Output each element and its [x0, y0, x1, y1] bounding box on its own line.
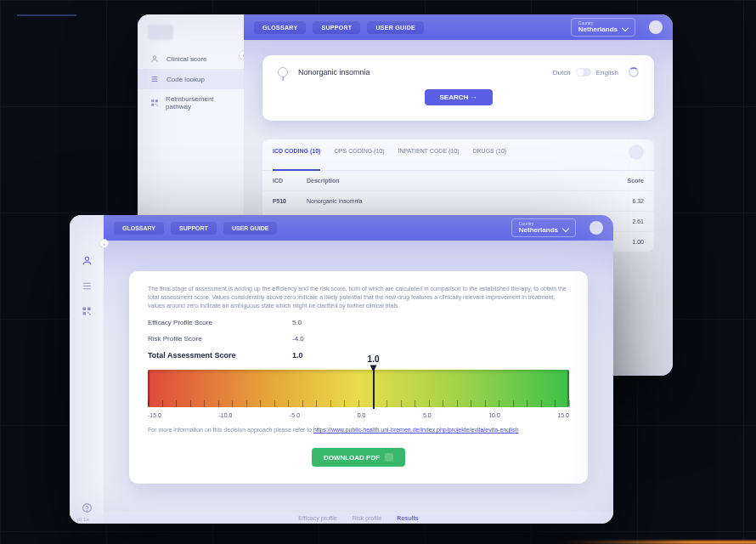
- gauge-tick-label: 10.0: [488, 412, 500, 418]
- country-label: Country: [519, 222, 568, 226]
- country-selector[interactable]: Country Netherlands: [511, 218, 576, 237]
- top-nav: GLOSSARY SUPPORT USER GUIDE Country Neth…: [244, 14, 673, 40]
- sidebar-expand-button[interactable]: ›: [99, 239, 109, 248]
- sidebar-qrcode-icon[interactable]: [81, 305, 93, 317]
- nav-glossary[interactable]: GLOSSARY: [114, 222, 164, 235]
- svg-rect-15: [83, 312, 87, 315]
- svg-point-9: [85, 257, 88, 260]
- user-avatar[interactable]: [649, 20, 663, 34]
- svg-rect-13: [83, 308, 87, 311]
- cell-code: F510: [273, 198, 307, 204]
- svg-rect-4: [151, 99, 154, 102]
- user-avatar[interactable]: [590, 221, 603, 235]
- version-label: v0.1a: [76, 517, 89, 522]
- download-label: DOWNLOAD PDF: [324, 454, 380, 462]
- assessment-card: The final stage of assessment is adding …: [129, 271, 588, 484]
- gauge-ticks: -15.0-10.0-5.00.05.010.015.0: [148, 412, 569, 418]
- lang-left: Dutch: [553, 69, 571, 76]
- person-icon: [150, 54, 160, 63]
- sidebar-item-clinical-score[interactable]: Clinical score: [138, 48, 244, 69]
- country-value: Netherlands: [519, 227, 558, 234]
- gauge-tick-label: -10.0: [219, 412, 233, 418]
- language-toggle[interactable]: Dutch English: [553, 68, 618, 76]
- gauge-tick-label: 15.0: [557, 412, 569, 418]
- score-gauge: 1.0 -15.0-10.0-5.00.05.010.015.0: [148, 370, 569, 418]
- settings-gear-icon[interactable]: [629, 144, 644, 160]
- country-selector[interactable]: Country Netherlands: [571, 18, 635, 37]
- sidebar-item-reimbursement[interactable]: Reimbursement pathway: [138, 89, 244, 116]
- list-icon: [150, 75, 160, 83]
- main-content: The final stage of assessment is adding …: [104, 241, 613, 512]
- search-input[interactable]: Nonorganic insomnia: [298, 68, 543, 76]
- total-value: 1.0: [292, 351, 303, 360]
- reference-link-row: For more information on this decision ap…: [148, 427, 569, 433]
- svg-point-19: [87, 510, 87, 511]
- nav-support[interactable]: SUPPORT: [171, 222, 217, 235]
- efficacy-label: Efficacy Profile Score: [148, 319, 292, 326]
- risk-value: -4.0: [292, 335, 304, 343]
- link-prefix: For more information on this decision ap…: [148, 427, 313, 433]
- gauge-tick-label: 0.0: [358, 412, 366, 418]
- nav-user-guide[interactable]: USER GUIDE: [223, 222, 278, 235]
- sidebar-item-label: Code lookup: [166, 76, 205, 83]
- country-label: Country: [578, 21, 628, 26]
- total-score-row: Total Assessment Score 1.0: [148, 351, 569, 360]
- search-button[interactable]: SEARCH →: [425, 89, 493, 105]
- sidebar-item-label: Reimbursement pathway: [166, 95, 235, 110]
- svg-rect-7: [155, 104, 155, 105]
- tab-inpatient[interactable]: INPATIENT CODE (10): [398, 148, 460, 163]
- footer-tab-results[interactable]: Results: [397, 515, 418, 521]
- tab-drugs[interactable]: DRUGS (10): [473, 148, 507, 163]
- sidebar-help-icon[interactable]: [81, 502, 93, 513]
- top-nav: GLOSSARY SUPPORT USER GUIDE Country Neth…: [104, 215, 613, 241]
- total-label: Total Assessment Score: [148, 351, 292, 360]
- sidebar-item-label: Clinical score: [166, 55, 207, 63]
- sidebar-item-code-lookup[interactable]: Code lookup: [138, 69, 244, 89]
- gauge-tick-label: -15.0: [148, 412, 161, 418]
- cell-desc: Nonorganic insomnia: [307, 198, 610, 204]
- search-card: Nonorganic insomnia Dutch English SEARCH…: [262, 55, 654, 121]
- risk-label: Risk Profile Score: [148, 335, 292, 343]
- th-score: Score: [610, 178, 644, 184]
- results-tabs: ICD CODING (10) OPS CODING (10) INPATIEN…: [262, 139, 654, 171]
- efficacy-score-row: Efficacy Profile Score 5.0: [148, 319, 569, 326]
- svg-rect-17: [89, 314, 91, 315]
- country-value: Netherlands: [578, 26, 618, 33]
- download-pdf-button[interactable]: DOWNLOAD PDF: [312, 448, 405, 467]
- voice-search-icon[interactable]: [278, 67, 288, 77]
- sidebar-collapsed: [70, 215, 104, 524]
- table-row[interactable]: F510 Nonorganic insomnia 6.32: [262, 190, 654, 211]
- nav-user-guide[interactable]: USER GUIDE: [367, 21, 424, 34]
- sidebar-person-icon[interactable]: [81, 254, 93, 266]
- footer-tab-risk[interactable]: Risk profile: [353, 515, 382, 521]
- th-desc: Description: [307, 178, 610, 184]
- toggle-icon[interactable]: [576, 68, 591, 76]
- app-logo: [148, 25, 173, 40]
- chevron-down-icon: [563, 226, 568, 234]
- gauge-tick-label: 5.0: [423, 412, 432, 418]
- pdf-icon: [385, 453, 393, 462]
- loading-spinner-icon: [629, 67, 639, 77]
- cell-score: 1.00: [610, 239, 644, 245]
- footer-tab-efficacy[interactable]: Efficacy profile: [298, 515, 336, 521]
- footer-tabs: Efficacy profile Risk profile Results: [104, 512, 613, 524]
- sidebar-list-icon[interactable]: [81, 280, 93, 292]
- nav-glossary[interactable]: GLOSSARY: [254, 21, 306, 34]
- risk-score-row: Risk Profile Score -4.0: [148, 335, 569, 343]
- nav-support[interactable]: SUPPORT: [313, 21, 360, 34]
- svg-rect-5: [155, 99, 157, 102]
- svg-rect-16: [87, 312, 89, 314]
- window-assessment: v0.1a › GLOSSARY SUPPORT USER GUIDE Coun…: [70, 215, 613, 524]
- svg-rect-8: [156, 105, 157, 106]
- qrcode-icon: [150, 99, 159, 107]
- cell-score: 2.61: [610, 218, 644, 224]
- tab-ops[interactable]: OPS CODING (10): [334, 148, 384, 163]
- tab-icd[interactable]: ICD CODING (10): [273, 148, 320, 171]
- assessment-description: The final stage of assessment is adding …: [148, 285, 569, 310]
- efficacy-value: 5.0: [292, 319, 302, 326]
- reference-link[interactable]: https://www.public-health.uni-bremen.de/…: [313, 427, 519, 433]
- lang-right: English: [596, 69, 618, 76]
- cell-score: 6.32: [610, 198, 644, 204]
- chevron-down-icon: [623, 26, 628, 33]
- table-header: ICD Description Score: [262, 171, 654, 190]
